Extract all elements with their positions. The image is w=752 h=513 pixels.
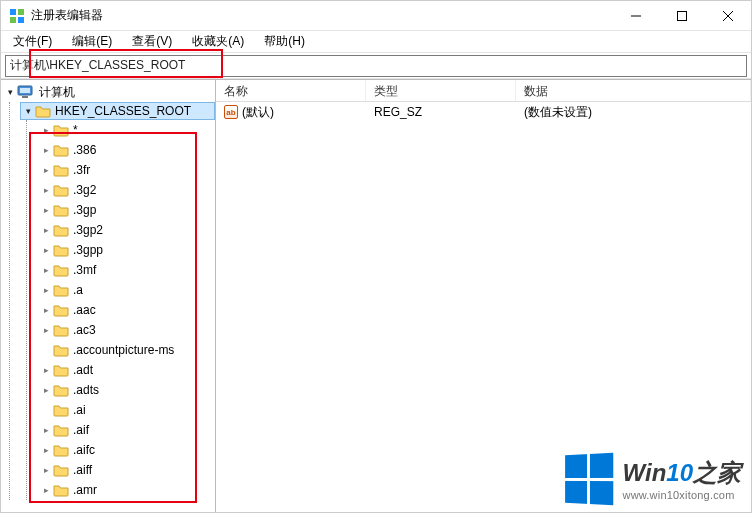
folder-icon [53,163,69,177]
expander-icon[interactable]: ▸ [39,205,53,215]
folder-icon [35,104,51,118]
tree-item[interactable]: ▸ .aac [39,300,215,320]
tree-item[interactable]: .ai [39,400,215,420]
folder-icon [53,383,69,397]
value-type: REG_SZ [366,105,516,119]
tree-item[interactable]: ▸ .ac3 [39,320,215,340]
string-value-icon: ab [224,105,238,119]
tree-item[interactable]: ▸ .adt [39,360,215,380]
address-input[interactable] [10,59,742,73]
minimize-button[interactable] [613,1,659,31]
expander-icon[interactable]: ▸ [39,325,53,335]
tree-root[interactable]: ▾ 计算机 ▾ [3,82,215,500]
tree-item-label: .3gp2 [73,223,103,237]
col-header-type[interactable]: 类型 [366,80,516,101]
svg-rect-7 [22,96,28,98]
list-rows[interactable]: ab (默认) REG_SZ (数值未设置) [216,102,751,512]
expander-icon[interactable]: ▸ [39,185,53,195]
folder-icon [53,223,69,237]
folder-icon [53,303,69,317]
expander-icon[interactable]: ▸ [39,365,53,375]
expander-icon[interactable]: ▸ [39,465,53,475]
address-bar[interactable] [5,55,747,77]
folder-icon [53,463,69,477]
expander-icon[interactable]: ▸ [39,445,53,455]
window-title: 注册表编辑器 [31,7,103,24]
tree-pane[interactable]: ▾ 计算机 ▾ [1,80,216,512]
menu-help[interactable]: 帮助(H) [258,31,311,52]
expander-icon[interactable]: ▸ [39,145,53,155]
tree-item[interactable]: ▸ .amr [39,480,215,500]
folder-icon [53,203,69,217]
tree-item[interactable]: ▸ .386 [39,140,215,160]
tree-item[interactable]: ▸ .aiff [39,460,215,480]
tree-item-selected[interactable]: ▾ HKEY_CLASSES_ROOT ▸ * ▸ .386 ▸ [20,102,215,500]
tree-item-label: .adts [73,383,99,397]
folder-icon [53,443,69,457]
tree-item-label: * [73,123,78,137]
svg-rect-0 [10,9,16,15]
tree-item[interactable]: ▸ .3gp2 [39,220,215,240]
tree-item[interactable]: ▸ .a [39,280,215,300]
svg-rect-6 [20,88,30,93]
tree-item-label: .adt [73,363,93,377]
folder-icon [53,243,69,257]
table-row[interactable]: ab (默认) REG_SZ (数值未设置) [216,102,751,122]
tree-item-label: .accountpicture-ms [73,343,174,357]
close-button[interactable] [705,1,751,31]
expander-icon[interactable]: ▸ [39,125,53,135]
col-header-data[interactable]: 数据 [516,80,751,101]
expander-icon[interactable]: ▸ [39,285,53,295]
tree-item[interactable]: ▸ .aifc [39,440,215,460]
tree-item[interactable]: ▸ * [39,120,215,140]
tree-item[interactable]: ▸ .3gp [39,200,215,220]
tree-item[interactable]: ▸ .3g2 [39,180,215,200]
col-header-name[interactable]: 名称 [216,80,366,101]
expander-icon[interactable]: ▸ [39,305,53,315]
tree-item[interactable]: .accountpicture-ms [39,340,215,360]
menu-file[interactable]: 文件(F) [7,31,58,52]
svg-rect-3 [18,17,24,23]
tree-item[interactable]: ▸ .3fr [39,160,215,180]
folder-icon [53,143,69,157]
expander-icon[interactable]: ▸ [39,225,53,235]
value-name: (默认) [242,104,274,121]
tree-item-label: .ai [73,403,86,417]
tree-item[interactable]: ▸ .aif [39,420,215,440]
app-icon [9,8,25,24]
tree-item-label: .3mf [73,263,96,277]
tree-item-label: .a [73,283,83,297]
expander-icon[interactable]: ▸ [39,485,53,495]
list-header: 名称 类型 数据 [216,80,751,102]
folder-icon [53,483,69,497]
list-pane: 名称 类型 数据 ab (默认) REG_SZ (数值未设置) [216,80,751,512]
folder-icon [53,343,69,357]
maximize-button[interactable] [659,1,705,31]
tree-item-label: HKEY_CLASSES_ROOT [55,104,191,118]
svg-rect-1 [18,9,24,15]
expander-icon[interactable]: ▾ [3,87,17,97]
expander-icon[interactable]: ▸ [39,245,53,255]
folder-icon [53,363,69,377]
tree-item[interactable]: ▸ .3mf [39,260,215,280]
folder-icon [53,403,69,417]
tree-item-label: .aif [73,423,89,437]
svg-rect-2 [10,17,16,23]
tree-item-label: .3fr [73,163,90,177]
expander-icon[interactable]: ▸ [39,165,53,175]
expander-icon[interactable]: ▸ [39,425,53,435]
expander-icon[interactable]: ▸ [39,385,53,395]
tree-item-label: .amr [73,483,97,497]
tree-item-label: .3g2 [73,183,96,197]
menu-edit[interactable]: 编辑(E) [66,31,118,52]
tree-item-label: .aifc [73,443,95,457]
expander-icon[interactable]: ▾ [21,106,35,116]
value-data: (数值未设置) [516,104,751,121]
tree-item[interactable]: ▸ .3gpp [39,240,215,260]
folder-icon [53,283,69,297]
menu-view[interactable]: 查看(V) [126,31,178,52]
tree-item[interactable]: ▸ .adts [39,380,215,400]
main-split: ▾ 计算机 ▾ [1,79,751,512]
expander-icon[interactable]: ▸ [39,265,53,275]
menu-favorites[interactable]: 收藏夹(A) [186,31,250,52]
